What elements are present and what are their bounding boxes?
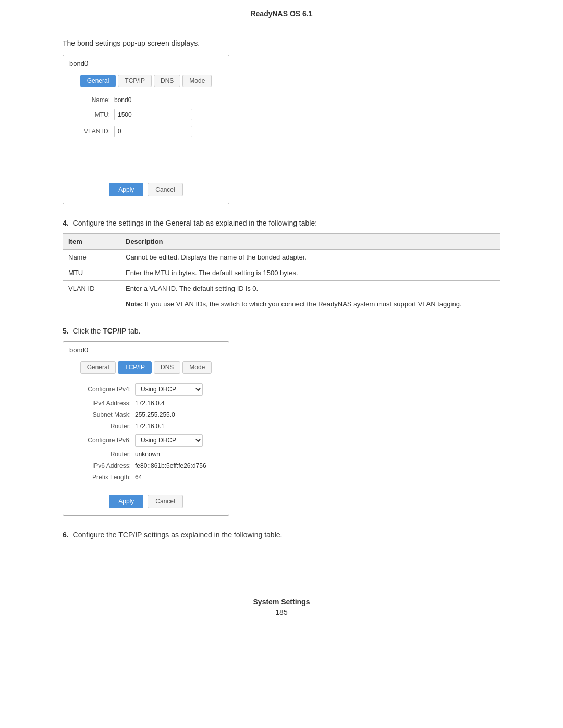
desc-mtu: Enter the MTU in bytes. The default sett… [120, 265, 500, 281]
item-mtu: MTU [63, 265, 120, 281]
step4-number: 4. [63, 219, 69, 227]
tab2-mode[interactable]: Mode [182, 361, 212, 374]
dialog1-title: bond0 [63, 55, 229, 70]
page-content: The bond settings pop-up screen displays… [0, 23, 563, 579]
step5-number: 5. [63, 327, 69, 335]
dialog1-body: Name: bond0 MTU: VLAN ID: [63, 91, 229, 179]
cancel-button[interactable]: Cancel [148, 183, 182, 196]
footer-title: System Settings [0, 598, 563, 606]
dialog1-buttons: Apply Cancel [63, 179, 229, 196]
apply-button-2[interactable]: Apply [109, 495, 143, 508]
router-ipv4-value: 172.16.0.1 [135, 423, 165, 430]
field-configure-ipv6: Configure IPv6: Using DHCP [74, 434, 218, 447]
ipv4-address-value: 172.16.0.4 [135, 400, 165, 407]
ipv6-address-value: fe80::861b:5eff:fe26:d756 [135, 462, 206, 470]
item-vlanid: VLAN ID [63, 281, 120, 312]
step6-text: Configure the TCP/IP settings as explain… [73, 530, 283, 539]
step6-number: 6. [63, 530, 69, 539]
step4-label: 4. Configure the settings in the General… [63, 219, 500, 227]
page-header: ReadyNAS OS 6.1 [0, 0, 563, 23]
tab-mode[interactable]: Mode [182, 75, 212, 87]
bond-tcpip-dialog: bond0 General TCP/IP DNS Mode Configure … [63, 341, 229, 516]
intro-text: The bond settings pop-up screen displays… [63, 39, 500, 47]
step5-text-post: tab. [126, 327, 140, 335]
dialog2-body: Configure IPv4: Using DHCP IPv4 Address:… [63, 378, 229, 490]
col-description: Description [120, 234, 500, 250]
field-mtu: MTU: [74, 109, 218, 120]
desc-name: Cannot be edited. Displays the name of t… [120, 250, 500, 265]
dialog2-buttons: Apply Cancel [63, 490, 229, 508]
step5: 5. Click the TCP/IP tab. bond0 General T… [63, 327, 500, 516]
field-vlanid: VLAN ID: [74, 126, 218, 137]
step5-text-bold: TCP/IP [103, 327, 126, 335]
name-value: bond0 [114, 96, 131, 104]
tab-dns[interactable]: DNS [154, 75, 180, 87]
tab-general[interactable]: General [80, 75, 116, 87]
dialog2-tabs: General TCP/IP DNS Mode [63, 357, 229, 378]
dialog-spacer [74, 142, 218, 174]
tab-tcpip[interactable]: TCP/IP [118, 75, 152, 87]
header-title: ReadyNAS OS 6.1 [250, 9, 312, 18]
dialog1-tabs: General TCP/IP DNS Mode [63, 70, 229, 91]
item-name: Name [63, 250, 120, 265]
field-ipv4-address: IPv4 Address: 172.16.0.4 [74, 400, 218, 407]
step5-label: 5. Click the TCP/IP tab. [63, 327, 500, 335]
tab2-general[interactable]: General [80, 361, 116, 374]
table-row: MTU Enter the MTU in bytes. The default … [63, 265, 500, 281]
mtu-input[interactable] [114, 109, 192, 120]
table-row: VLAN ID Enter a VLAN ID. The default set… [63, 281, 500, 312]
page-footer: System Settings 185 [0, 590, 563, 622]
step5-text-pre: Click the [73, 327, 103, 335]
prefix-length-value: 64 [135, 474, 142, 481]
dialog2-title: bond0 [63, 342, 229, 357]
footer-page-number: 185 [0, 608, 563, 616]
router-ipv6-value: unknown [135, 451, 160, 458]
field-router-ipv4: Router: 172.16.0.1 [74, 423, 218, 430]
table-row: Name Cannot be edited. Displays the name… [63, 250, 500, 265]
configure-ipv4-select[interactable]: Using DHCP [135, 383, 203, 396]
field-router-ipv6: Router: unknown [74, 451, 218, 458]
field-prefix-length: Prefix Length: 64 [74, 474, 218, 481]
step4-text: Configure the settings in the General ta… [73, 219, 317, 227]
field-name: Name: bond0 [74, 96, 218, 104]
subnet-mask-value: 255.255.255.0 [135, 411, 175, 418]
col-item: Item [63, 234, 120, 250]
configure-ipv6-select[interactable]: Using DHCP [135, 434, 203, 447]
cancel-button-2[interactable]: Cancel [148, 495, 182, 508]
desc-vlanid: Enter a VLAN ID. The default setting ID … [120, 281, 500, 312]
step4: 4. Configure the settings in the General… [63, 219, 500, 312]
field-configure-ipv4: Configure IPv4: Using DHCP [74, 383, 218, 396]
bond-general-dialog: bond0 General TCP/IP DNS Mode Name: bond… [63, 55, 229, 204]
field-subnet-mask: Subnet Mask: 255.255.255.0 [74, 411, 218, 418]
apply-button[interactable]: Apply [109, 183, 143, 196]
tab2-dns[interactable]: DNS [154, 361, 180, 374]
tab2-tcpip[interactable]: TCP/IP [118, 361, 152, 374]
general-settings-table: Item Description Name Cannot be edited. … [63, 233, 500, 312]
field-ipv6-address: IPv6 Address: fe80::861b:5eff:fe26:d756 [74, 462, 218, 470]
step6-label: 6. Configure the TCP/IP settings as expl… [63, 530, 500, 539]
step6: 6. Configure the TCP/IP settings as expl… [63, 530, 500, 539]
vlanid-input[interactable] [114, 126, 192, 137]
